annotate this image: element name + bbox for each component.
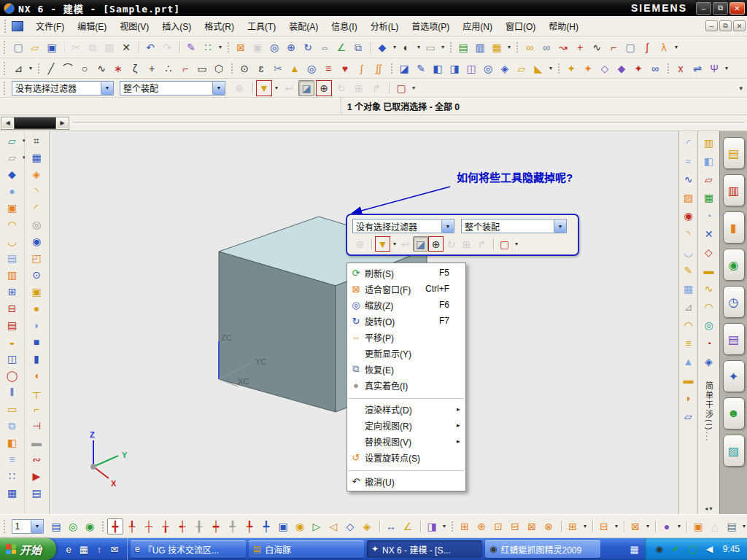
section-curve-icon[interactable]: ◧ xyxy=(430,61,446,77)
stack-icon[interactable]: ≡ xyxy=(4,451,21,467)
layers-icon[interactable]: ≡ xyxy=(681,335,697,352)
folder-icon[interactable]: ▱ xyxy=(514,61,530,77)
fan-icon[interactable]: ◔ xyxy=(701,335,717,352)
work-layer-combo[interactable]: 1 ▼ xyxy=(12,519,44,534)
polygon-icon[interactable]: ⬡ xyxy=(211,61,227,77)
swept-icon[interactable]: ◡ xyxy=(4,233,21,249)
shield-icon[interactable]: ◈ xyxy=(28,166,45,182)
undo-selection-icon[interactable]: ↩ xyxy=(281,80,297,96)
paste-icon[interactable]: ▨ xyxy=(101,39,117,55)
drawer-icon[interactable]: ▦ xyxy=(4,485,21,501)
stamp-icon[interactable]: ▬ xyxy=(28,435,45,451)
valve-icon[interactable]: ⊣ xyxy=(28,418,45,434)
menu-help[interactable]: 帮助(H) xyxy=(542,18,585,34)
swirl-icon[interactable]: ∫ xyxy=(354,61,370,77)
crosshair-icon[interactable]: ⊕ xyxy=(316,80,332,96)
gears-icon[interactable]: ⊛ xyxy=(352,236,368,252)
jar-icon[interactable]: ▮ xyxy=(28,351,45,367)
task-capture[interactable]: ◉ 红蜻蜓抓图精灵2009 xyxy=(485,540,600,558)
background-icon[interactable]: ▭ xyxy=(422,39,438,55)
rotate-view-icon[interactable]: ↻ xyxy=(300,39,316,55)
unite-icon[interactable]: ⊞ xyxy=(4,284,21,300)
spline-icon[interactable]: ∿ xyxy=(589,39,605,55)
axis-icon[interactable]: ╁ xyxy=(158,518,174,534)
combine-icon[interactable]: ◈ xyxy=(497,61,513,77)
point-constructor-icon[interactable]: ╀ xyxy=(124,518,140,534)
tube-icon[interactable]: ◎ xyxy=(28,217,45,233)
magnifier-icon[interactable]: ◎ xyxy=(266,39,282,55)
immediate-hide-icon[interactable]: ∞ xyxy=(538,39,554,55)
constraint-navigator-tab[interactable]: ▥ xyxy=(723,174,745,206)
true-shading-menu-item[interactable]: ● 真实着色(I) xyxy=(347,377,465,393)
undo-selection-icon[interactable]: ↩ xyxy=(398,236,413,252)
zoom-menu-item[interactable]: ◎ 缩放(Z) F6 xyxy=(347,297,465,313)
corner-cube-icon[interactable]: ◧ xyxy=(4,435,21,451)
patch-icon[interactable]: ▨ xyxy=(681,189,697,206)
menu-preferences[interactable]: 首选项(P) xyxy=(405,18,456,34)
shaded-display-icon[interactable]: ◆ xyxy=(374,39,390,55)
task-nx[interactable]: ✦ NX 6 - 建模 - [S... xyxy=(367,540,482,558)
block-icon[interactable]: ▣ xyxy=(4,200,21,216)
diamond-mesh-icon[interactable]: ◇ xyxy=(701,244,717,261)
scene-tab[interactable]: ▨ xyxy=(723,435,745,467)
vector-icon[interactable]: ┽ xyxy=(174,518,190,534)
join-sheets-icon[interactable]: ⧉ xyxy=(4,418,21,434)
safety-icon[interactable]: ◯ xyxy=(686,542,700,556)
undo-menu-item[interactable]: ↶ 撤消(U) xyxy=(347,473,465,489)
frame-icon[interactable]: ▭ xyxy=(4,401,21,417)
point-set-icon[interactable]: ∴ xyxy=(160,61,177,77)
cone-icon[interactable]: ▲ xyxy=(287,61,303,77)
toolbar-drag-handle[interactable] xyxy=(4,41,7,54)
bowl-icon[interactable]: ◡ xyxy=(681,244,697,261)
menu-window[interactable]: 窗口(O) xyxy=(499,18,542,34)
process-studio-tab[interactable]: ▤ xyxy=(723,323,745,355)
sheet-icon[interactable]: ◜ xyxy=(681,134,697,152)
volume-icon[interactable]: ◀ xyxy=(703,542,716,556)
face-icon[interactable]: ◇ xyxy=(597,61,613,77)
pipe-icon[interactable]: Ψ xyxy=(706,61,722,77)
scrollbar-thumb[interactable] xyxy=(14,117,56,129)
face-analysis-icon[interactable]: ◨ xyxy=(424,518,440,534)
project-curve-icon[interactable]: ◪ xyxy=(396,61,412,77)
close-button[interactable]: ✕ xyxy=(729,2,745,15)
menu-insert[interactable]: 插入(S) xyxy=(155,18,198,34)
part-navigator-tab[interactable]: ▮ xyxy=(723,211,745,244)
minimize-button[interactable]: – xyxy=(696,2,711,15)
press-icon[interactable]: ┬ xyxy=(28,384,45,400)
wrap-curve-icon[interactable]: ◎ xyxy=(480,61,496,77)
menu-assemblies[interactable]: 装配(A) xyxy=(282,18,325,34)
assembly-add-icon[interactable]: ⊞ xyxy=(457,518,473,534)
hole-icon[interactable]: ◉ xyxy=(28,233,45,249)
reuse-library-tab[interactable]: ◉ xyxy=(723,249,745,281)
swoosh-icon[interactable]: ◔ xyxy=(701,207,717,225)
dome-icon[interactable]: ◗ xyxy=(28,317,45,333)
shaded-toggle-icon[interactable]: ◪ xyxy=(298,80,314,96)
funnel-surface-icon[interactable]: ▲ xyxy=(681,353,697,370)
flag-icon[interactable]: ⊿ xyxy=(681,298,697,316)
arch-icon[interactable]: ◠ xyxy=(701,298,717,316)
refresh-menu-item[interactable]: ⟳ 刷新(S) F5 xyxy=(347,265,465,281)
sketch-task-icon[interactable]: ▱ xyxy=(4,133,21,149)
assembly-arrange-icon[interactable]: ⊟ xyxy=(596,518,612,534)
pattern-feature-icon[interactable]: ∷ xyxy=(4,468,21,484)
intersect-icon[interactable]: ▤ xyxy=(4,317,21,333)
point-icon[interactable]: ∗ xyxy=(110,61,126,77)
rectangle-icon[interactable]: ▭ xyxy=(194,61,210,77)
toolbar-drag-handle[interactable] xyxy=(4,520,7,533)
csys-icon[interactable]: ┼ xyxy=(141,518,157,534)
new-file-icon[interactable]: ▢ xyxy=(10,39,26,55)
snap-filter-icon[interactable]: ▼ xyxy=(375,236,390,252)
subtract-icon[interactable]: ⊟ xyxy=(4,300,21,316)
print-icon[interactable]: ▤ xyxy=(724,518,740,534)
render-style-menu-item[interactable]: 渲染样式(D) xyxy=(347,401,465,417)
menu-format[interactable]: 格式(R) xyxy=(198,18,241,34)
slab2-icon[interactable]: ▬ xyxy=(681,371,697,389)
gold-diamond-icon[interactable]: ◈ xyxy=(359,518,375,534)
outlook-icon[interactable]: ✉ xyxy=(108,542,121,556)
polyline-icon[interactable]: ζ xyxy=(127,61,143,77)
tube-pair-icon[interactable]: ‖ xyxy=(4,384,21,400)
copy-icon[interactable]: ⧉ xyxy=(85,39,101,55)
menu-information[interactable]: 信息(I) xyxy=(325,18,363,34)
horizontal-scrollbar[interactable]: ◀ ▶ xyxy=(1,117,69,130)
boss-icon[interactable]: ◰ xyxy=(28,250,45,266)
